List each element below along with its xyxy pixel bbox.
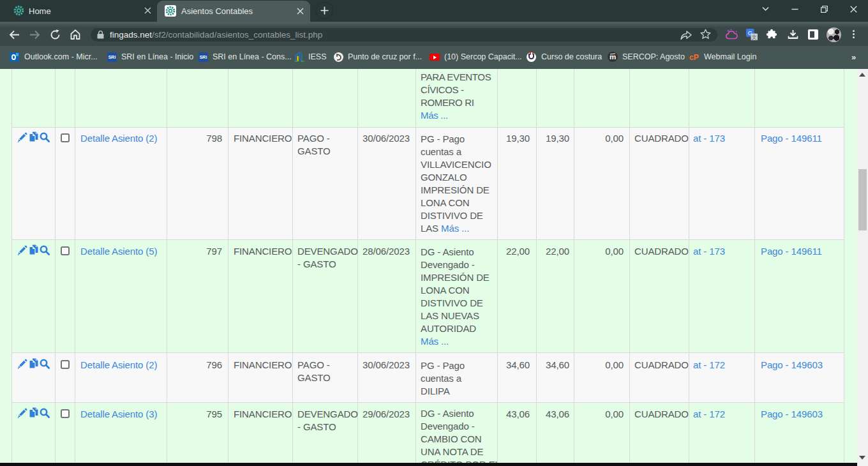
svg-text:文: 文 [752,34,757,40]
